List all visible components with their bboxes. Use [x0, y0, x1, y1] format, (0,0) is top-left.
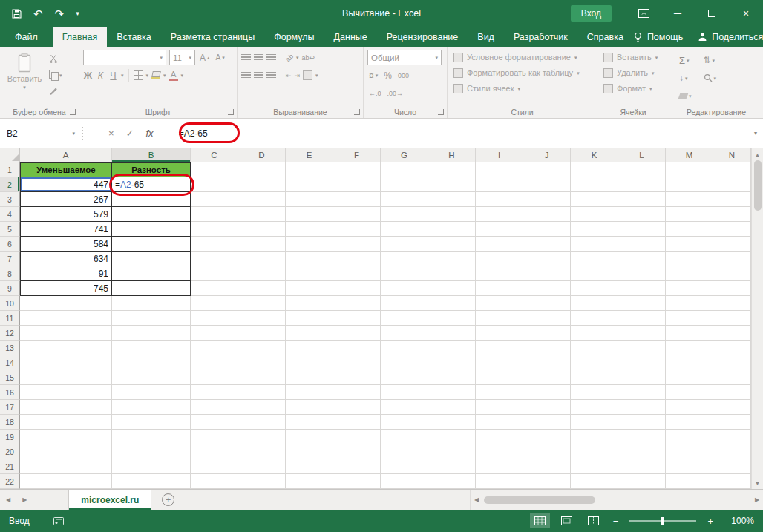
cell-F3[interactable] [333, 192, 381, 207]
enter-button[interactable]: ✓ [126, 128, 134, 139]
cell-L3[interactable] [618, 192, 666, 207]
cell-G19[interactable] [381, 430, 428, 444]
cell-G18[interactable] [381, 415, 428, 430]
merge-center-button[interactable] [303, 70, 312, 80]
cell-F21[interactable] [333, 459, 381, 474]
cell-N21[interactable] [713, 459, 751, 474]
cell-D21[interactable] [238, 459, 286, 474]
cell-G11[interactable] [381, 311, 428, 326]
cell-H16[interactable] [428, 385, 476, 400]
cell-L17[interactable] [618, 400, 666, 415]
cell-styles-button[interactable]: Стили ячеек ▾ [451, 81, 582, 96]
cell-J16[interactable] [523, 385, 571, 400]
cell-I6[interactable] [476, 237, 523, 252]
cell-J6[interactable] [523, 237, 571, 252]
cell-H1[interactable] [428, 162, 476, 177]
cell-J7[interactable] [523, 252, 571, 266]
cell-M22[interactable] [666, 474, 713, 489]
undo-icon[interactable]: ↶ [33, 8, 43, 19]
cell-J17[interactable] [523, 400, 571, 415]
cell-C3[interactable] [191, 192, 238, 207]
cell-H18[interactable] [428, 415, 476, 430]
cell-G15[interactable] [381, 370, 428, 385]
cell-D2[interactable] [238, 177, 286, 192]
cell-N1[interactable] [713, 162, 751, 177]
cell-G8[interactable] [381, 266, 428, 281]
font-dialog-launcher[interactable] [228, 109, 234, 115]
decrease-decimal-button[interactable]: .00→ [386, 86, 405, 101]
align-middle-icon[interactable] [254, 54, 263, 62]
formula-input[interactable]: =A2-65 [164, 119, 748, 148]
cell-E2[interactable] [286, 177, 333, 192]
cell-H17[interactable] [428, 400, 476, 415]
cell-D9[interactable] [238, 281, 286, 296]
cell-M15[interactable] [666, 370, 713, 385]
cell-M1[interactable] [666, 162, 713, 177]
column-header-I[interactable]: I [476, 148, 523, 162]
fill-color-button[interactable] [151, 71, 160, 79]
cell-C22[interactable] [191, 474, 238, 489]
alignment-dialog-launcher[interactable] [354, 109, 360, 115]
cell-D10[interactable] [238, 296, 286, 311]
insert-cells-button[interactable]: Вставить ▾ [601, 50, 660, 65]
cell-A17[interactable] [20, 400, 112, 415]
cell-I14[interactable] [476, 355, 523, 370]
sort-filter-button[interactable]: ⇅▾ [702, 53, 718, 68]
cell-B12[interactable] [112, 326, 191, 341]
cell-M8[interactable] [666, 266, 713, 281]
page-layout-view-button[interactable] [557, 513, 577, 528]
name-box-splitter[interactable] [82, 127, 88, 140]
cell-H19[interactable] [428, 430, 476, 444]
cell-H6[interactable] [428, 237, 476, 252]
cell-B4[interactable] [112, 207, 191, 222]
cell-F10[interactable] [333, 296, 381, 311]
cell-K12[interactable] [571, 326, 618, 341]
cell-F4[interactable] [333, 207, 381, 222]
cell-N6[interactable] [713, 237, 751, 252]
cell-B1[interactable]: Разность [112, 162, 191, 177]
cell-M4[interactable] [666, 207, 713, 222]
minimize-button[interactable]: ─ [661, 0, 695, 27]
cell-B14[interactable] [112, 355, 191, 370]
autosum-button[interactable]: Σ▾ [678, 53, 693, 68]
cell-D11[interactable] [238, 311, 286, 326]
cell-M19[interactable] [666, 430, 713, 444]
cell-N22[interactable] [713, 474, 751, 489]
save-icon[interactable] [12, 9, 22, 19]
row-header-5[interactable]: 5 [0, 222, 20, 237]
cell-N13[interactable] [713, 341, 751, 355]
cell-G9[interactable] [381, 281, 428, 296]
cell-D13[interactable] [238, 341, 286, 355]
cell-L4[interactable] [618, 207, 666, 222]
orientation-button[interactable]: ab [284, 52, 295, 62]
cell-B6[interactable] [112, 237, 191, 252]
cell-B16[interactable] [112, 385, 191, 400]
tab-review[interactable]: Рецензирование [377, 27, 468, 47]
cell-F22[interactable] [333, 474, 381, 489]
cell-A13[interactable] [20, 341, 112, 355]
cell-J8[interactable] [523, 266, 571, 281]
cell-K8[interactable] [571, 266, 618, 281]
row-header-11[interactable]: 11 [0, 311, 20, 326]
number-dialog-launcher[interactable] [438, 109, 444, 115]
cell-G2[interactable] [381, 177, 428, 192]
column-header-B[interactable]: B [112, 148, 191, 162]
cell-L2[interactable] [618, 177, 666, 192]
cell-A2[interactable]: 447 [20, 177, 112, 192]
font-size-combo[interactable]: 11▾ [169, 50, 195, 65]
cell-H7[interactable] [428, 252, 476, 266]
italic-button[interactable]: К [96, 70, 105, 81]
cell-L18[interactable] [618, 415, 666, 430]
cell-C9[interactable] [191, 281, 238, 296]
cell-I11[interactable] [476, 311, 523, 326]
cell-I7[interactable] [476, 252, 523, 266]
select-all-button[interactable] [0, 148, 20, 162]
cell-K18[interactable] [571, 415, 618, 430]
customize-quick-access-icon[interactable]: ▾ [76, 10, 79, 17]
format-cells-button[interactable]: Формат ▾ [601, 81, 660, 96]
cell-B22[interactable] [112, 474, 191, 489]
row-header-14[interactable]: 14 [0, 355, 20, 370]
cell-K3[interactable] [571, 192, 618, 207]
cell-B20[interactable] [112, 444, 191, 459]
cell-B17[interactable] [112, 400, 191, 415]
